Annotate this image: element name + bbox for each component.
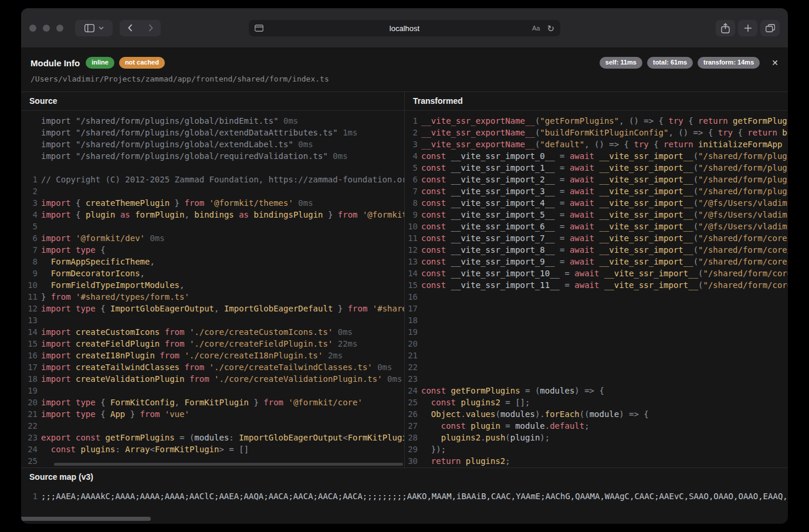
source-panel-title: Source (21, 92, 404, 111)
line-number: 28 (405, 432, 418, 443)
code-line: import "/shared/form/plugins/global/exte… (21, 138, 404, 150)
line-number: 17 (21, 361, 38, 373)
code-line: 12import type { ImportGlobEagerOutput, I… (21, 303, 404, 314)
code-line: 17 (405, 303, 788, 314)
source-horizontal-scrollbar[interactable] (54, 463, 403, 466)
code-line: 24const getFormPlugins = (modules) => { (405, 385, 788, 397)
line-number: 23 (21, 432, 38, 443)
minimize-window-button[interactable] (43, 25, 50, 32)
code-line: 13 (21, 314, 404, 326)
source-panel: Source import "/shared/form/plugins/glob… (21, 92, 405, 467)
self-time-badge: self: 11ms (600, 57, 642, 69)
code-line: 1__vite_ssr_exportName__("getFormPlugins… (405, 115, 788, 127)
source-code[interactable]: import "/shared/form/plugins/global/bind… (21, 111, 404, 467)
code-line: import "/shared/form/plugins/global/bind… (21, 115, 404, 127)
code-line: 7import type { (21, 244, 404, 256)
line-number: 25 (405, 397, 418, 408)
file-path: /Users/vladimir/Projects/zammad/app/fron… (31, 74, 778, 83)
code-line: 13const __vite_ssr_import_9__ = await __… (405, 256, 788, 267)
sourcemap-title: Source map (v3) (21, 468, 788, 486)
sidebar-icon (84, 24, 94, 32)
translate-icon[interactable]: Aa (532, 25, 540, 32)
line-number: 24 (405, 385, 418, 397)
nav-buttons (120, 20, 161, 36)
not-cached-badge: not cached (119, 57, 165, 69)
code-line: 12const __vite_ssr_import_8__ = await __… (405, 244, 788, 256)
code-line: 16import createI18nPlugin from './core/c… (21, 350, 404, 361)
line-number: 11 (405, 232, 418, 244)
chevron-left-icon (128, 24, 133, 32)
line-number: 12 (21, 303, 38, 314)
reload-button[interactable]: ↻ (547, 24, 554, 33)
page-settings-icon[interactable] (255, 25, 263, 32)
line-number: 22 (21, 420, 38, 432)
line-number (21, 150, 38, 162)
code-line: 23export const getFormPlugins = (modules… (21, 432, 404, 443)
line-number: 1 (405, 115, 418, 127)
code-line: 6import '@formkit/dev' 0ms (21, 232, 404, 244)
line-number: 2 (405, 127, 418, 138)
sidebar-toggle-button[interactable] (75, 20, 113, 36)
line-number: 19 (405, 326, 418, 338)
line-number: 21 (21, 408, 38, 420)
new-tab-button[interactable] (738, 20, 757, 36)
line-number: 5 (405, 162, 418, 174)
line-number: 8 (21, 256, 38, 267)
transformed-code[interactable]: 1__vite_ssr_exportName__("getFormPlugins… (405, 111, 788, 467)
sourcemap-section: Source map (v3) 1;;;AAEA;AAAAkC;AAAA;AAA… (21, 467, 788, 524)
line-number: 20 (405, 338, 418, 350)
line-number: 7 (21, 244, 38, 256)
line-number: 20 (21, 397, 38, 408)
code-line: 15const __vite_ssr_import_11__ = await _… (405, 279, 788, 291)
code-line: 8const __vite_ssr_import_4__ = await __v… (405, 197, 788, 209)
line-number: 13 (21, 314, 38, 326)
line-number: 14 (21, 326, 38, 338)
code-line: import "/shared/form/plugins/global/exte… (21, 127, 404, 138)
code-line: 23 (405, 373, 788, 385)
transform-time-badge: transform: 14ms (698, 57, 760, 69)
code-line: 1// Copyright (C) 2012-2025 Zammad Found… (21, 174, 404, 185)
url-bar[interactable]: localhost Aa ↻ (249, 20, 560, 36)
code-line: 6const __vite_ssr_import_2__ = await __v… (405, 174, 788, 185)
line-number: 19 (21, 385, 38, 397)
line-number: 15 (21, 338, 38, 350)
zoom-window-button[interactable] (56, 25, 63, 32)
line-number: 2 (21, 185, 38, 197)
line-number: 17 (405, 303, 418, 314)
code-line: 14const __vite_ssr_import_10__ = await _… (405, 267, 788, 279)
code-line: 25 const plugins2 = []; (405, 397, 788, 408)
code-line: 16 (405, 291, 788, 303)
line-number (21, 138, 38, 150)
code-line: 21import type { App } from 'vue' (21, 408, 404, 420)
code-line: 18 (405, 314, 788, 326)
line-number: 26 (405, 408, 418, 420)
transformed-panel: Transformed 1__vite_ssr_exportName__("ge… (405, 92, 788, 467)
page-horizontal-scrollbar[interactable] (21, 517, 151, 521)
code-line: 20 (405, 338, 788, 350)
code-line: 26 Object.values(modules).forEach((modul… (405, 408, 788, 420)
code-line: 29 }); (405, 443, 788, 455)
code-line: 4import { plugin as formPlugin, bindings… (21, 209, 404, 221)
line-number: 21 (405, 350, 418, 361)
close-window-button[interactable] (29, 25, 36, 32)
close-button[interactable]: ✕ (771, 58, 778, 67)
forward-button[interactable] (140, 20, 161, 36)
chevron-down-icon (99, 26, 104, 30)
inline-badge: inline (86, 57, 114, 69)
share-button[interactable] (716, 20, 735, 36)
line-number: 24 (21, 443, 38, 455)
tabs-overview-button[interactable] (760, 20, 780, 36)
toolbar-right-actions (716, 20, 780, 36)
traffic-lights (29, 25, 63, 32)
code-line: 19 (21, 385, 404, 397)
code-line: 11} from '#shared/types/form.ts' (21, 291, 404, 303)
code-line: 17import createTailwindClasses from './c… (21, 361, 404, 373)
code-line: 14import createCustomIcons from './core/… (21, 326, 404, 338)
line-number: 30 (405, 455, 418, 467)
line-number: 25 (21, 455, 38, 467)
back-button[interactable] (120, 20, 140, 36)
line-number: 4 (405, 150, 418, 162)
line-number: 27 (405, 420, 418, 432)
line-number: 10 (405, 221, 418, 232)
code-line: 10const __vite_ssr_import_6__ = await __… (405, 221, 788, 232)
